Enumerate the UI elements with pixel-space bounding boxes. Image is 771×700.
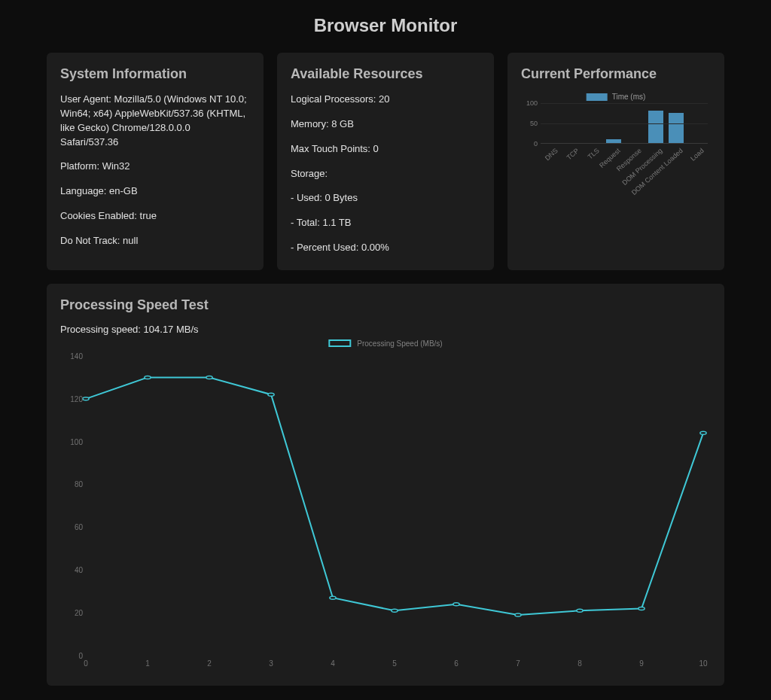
storage-pct-label: - Percent Used: [291, 242, 358, 253]
storage-pct-line: - Percent Used: 0.00% [291, 241, 480, 255]
performance-y-tick: 100 [526, 99, 538, 107]
speed-test-title: Processing Speed Test [60, 297, 711, 313]
performance-card: Current Performance Time (ms) 050100 DNS… [507, 53, 724, 270]
speed-status-label: Processing speed: [60, 324, 141, 335]
speed-line-chart: Processing Speed (MB/s) 0204060801001201… [60, 339, 711, 671]
speed-line-path [86, 377, 703, 615]
speed-x-tick: 2 [207, 659, 212, 668]
performance-x-label: Load [689, 147, 705, 163]
speed-legend-text: Processing Speed (MB/s) [357, 339, 442, 348]
speed-x-tick: 5 [392, 659, 397, 668]
speed-x-tick: 6 [454, 659, 459, 668]
storage-total-value: 1.1 TB [322, 217, 351, 228]
language-label: Language: [60, 185, 106, 196]
platform-line: Platform: Win32 [60, 160, 250, 174]
logical-label: Logical Processors: [291, 93, 376, 105]
performance-legend-swatch [587, 93, 608, 101]
speed-y-tick: 80 [63, 480, 83, 488]
performance-bar [606, 139, 621, 143]
performance-bar-chart: Time (ms) 050100 DNSTCPTLSRequestRespons… [521, 93, 711, 183]
speed-svg [86, 356, 703, 656]
speed-y-tick: 40 [63, 566, 83, 574]
performance-x-label: TCP [565, 147, 580, 161]
speed-plot-area: 020406080100120140012345678910 [86, 356, 703, 656]
speed-x-tick: 1 [145, 659, 150, 668]
touch-line: Max Touch Points: 0 [291, 142, 480, 157]
memory-value: 8 GB [331, 118, 354, 129]
dnt-label: Do Not Track: [60, 235, 120, 246]
dnt-value: null [123, 235, 138, 246]
speed-data-point [83, 397, 89, 400]
speed-x-tick: 7 [516, 659, 520, 668]
resources-title: Available Resources [291, 66, 480, 82]
performance-gridline [541, 123, 708, 124]
storage-heading: Storage: [291, 167, 480, 181]
performance-y-axis: 050100 [521, 103, 539, 144]
performance-y-tick: 0 [534, 140, 538, 148]
speed-data-point [392, 609, 398, 612]
storage-total-line: - Total: 1.1 TB [291, 216, 480, 230]
logical-line: Logical Processors: 20 [291, 93, 480, 107]
speed-legend: Processing Speed (MB/s) [328, 339, 442, 348]
speed-y-tick: 100 [63, 437, 83, 446]
memory-line: Memory: 8 GB [291, 117, 480, 132]
speed-x-tick: 9 [639, 659, 644, 668]
dnt-line: Do Not Track: null [60, 234, 250, 248]
speed-data-point [145, 376, 151, 379]
speed-data-point [577, 609, 583, 612]
user-agent-label: User Agent: [60, 93, 111, 105]
speed-x-tick: 0 [84, 659, 88, 668]
storage-used-line: - Used: 0 Bytes [291, 191, 480, 205]
touch-label: Max Touch Points: [291, 143, 370, 154]
speed-data-point [206, 376, 212, 379]
performance-title: Current Performance [521, 66, 711, 82]
speed-data-point [515, 613, 521, 616]
top-row: System Information User Agent: Mozilla/5… [47, 53, 724, 270]
resources-card: Available Resources Logical Processors: … [277, 53, 494, 270]
storage-used-label: - Used: [291, 192, 322, 203]
logical-value: 20 [379, 93, 389, 105]
speed-y-tick: 120 [63, 394, 83, 403]
user-agent-line: User Agent: Mozilla/5.0 (Windows NT 10.0… [60, 93, 250, 149]
storage-pct-value: 0.00% [361, 242, 389, 253]
performance-x-label: TLS [587, 147, 601, 160]
performance-gridline [541, 103, 708, 104]
cookies-value: true [140, 210, 157, 221]
touch-value: 0 [373, 143, 379, 154]
speed-legend-swatch [328, 339, 351, 347]
memory-label: Memory: [291, 118, 329, 129]
speed-y-tick: 0 [63, 651, 83, 659]
storage-used-value: 0 Bytes [325, 192, 358, 203]
speed-x-tick: 8 [577, 659, 582, 668]
speed-data-point [268, 393, 274, 396]
dashboard-container: System Information User Agent: Mozilla/5… [0, 53, 771, 686]
speed-x-tick: 4 [331, 659, 335, 668]
speed-status-value: 104.17 MB/s [144, 324, 199, 335]
speed-data-point [638, 607, 645, 610]
system-info-title: System Information [60, 66, 250, 82]
speed-x-tick: 10 [699, 659, 707, 668]
speed-status-line: Processing speed: 104.17 MB/s [60, 324, 711, 335]
speed-x-tick: 3 [269, 659, 273, 668]
speed-data-point [330, 596, 336, 599]
performance-y-tick: 50 [530, 120, 538, 127]
system-info-card: System Information User Agent: Mozilla/5… [47, 53, 264, 270]
performance-legend-text: Time (ms) [612, 93, 646, 101]
storage-total-label: - Total: [291, 217, 320, 228]
platform-label: Platform: [60, 160, 99, 172]
performance-legend: Time (ms) [587, 93, 646, 101]
speed-y-tick: 60 [63, 523, 83, 531]
platform-value: Win32 [102, 160, 130, 172]
speed-data-point [700, 431, 706, 434]
performance-bar [648, 111, 663, 143]
cookies-line: Cookies Enabled: true [60, 209, 250, 224]
speed-test-card: Processing Speed Test Processing speed: … [47, 284, 724, 686]
cookies-label: Cookies Enabled: [60, 210, 137, 221]
language-value: en-GB [109, 185, 138, 196]
performance-x-label: DNS [544, 147, 559, 162]
speed-y-tick: 140 [63, 352, 83, 360]
performance-bar [669, 113, 684, 144]
speed-y-tick: 20 [63, 609, 83, 617]
speed-data-point [453, 603, 459, 606]
language-line: Language: en-GB [60, 184, 250, 199]
